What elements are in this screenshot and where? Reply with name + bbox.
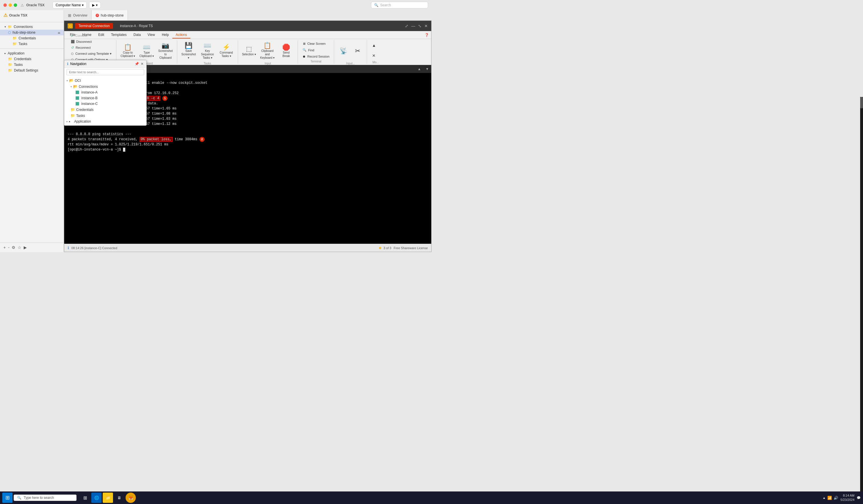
sidebar-item-hub-step-stone[interactable]: ⬡ hub-step-stone ⏏ — [0, 30, 64, 35]
nav-tree-tasks[interactable]: 📁 Tasks — [64, 113, 147, 119]
tab-hub-step-stone[interactable]: ✕ hub-step-stone — [92, 10, 128, 20]
minimize-button[interactable] — [9, 3, 12, 7]
ribbon-btn-clear-screen[interactable]: 🖥 Clear Screen — [300, 41, 328, 46]
nav-app-expand-icon: ▸ — [69, 120, 73, 123]
nav-tree-connections[interactable]: ▾ 📂 Connections — [64, 83, 147, 90]
play-icon: ▶ — [92, 3, 95, 7]
computer-name-label: Computer Name — [55, 3, 81, 7]
inner-title-right: ⤢ — ⤡ ✕ — [405, 24, 428, 28]
scroll-up-icon[interactable]: ▲ — [415, 66, 423, 72]
chevron-down-icon-2: ▾ — [96, 3, 98, 7]
folder-icon-defaults: 📁 — [8, 68, 12, 73]
nav-tree-instance-c[interactable]: instance-C — [64, 101, 147, 107]
nav-connections-label: Connections — [79, 85, 98, 89]
ribbon-group-terminal: 🖥 Clear Screen 🔍 Find ⏺ Record Session — [298, 40, 335, 64]
find-label: Find — [308, 49, 314, 52]
nav-search-input[interactable] — [66, 69, 144, 75]
star-button[interactable]: ☆ — [18, 245, 21, 250]
sidebar-bottom: + - ⚙ ☆ ▶ — [0, 243, 64, 252]
ribbon-btn-disconnect[interactable]: Disconnect — [69, 39, 94, 44]
ribbon-tab-edit[interactable]: Edit — [95, 31, 108, 38]
nav-search — [64, 68, 147, 76]
ribbon-btn-more-2[interactable]: ✕ — [369, 51, 378, 60]
ribbon-btn-more-1[interactable]: ▲ — [369, 41, 378, 50]
ribbon-btn-key-sequence[interactable]: ⌨️ Key Sequence Tasks ▾ — [198, 41, 216, 61]
ribbon-btn-command-tasks[interactable]: ⚡ Command Tasks ▾ — [217, 41, 236, 61]
nav-oci-icon: 📂 — [69, 78, 74, 83]
ribbon-btn-connect[interactable]: ▶ Connect — [69, 33, 89, 38]
close-inner-button[interactable]: ✕ — [424, 24, 428, 28]
close-button[interactable] — [3, 3, 7, 7]
ribbon-btn-selection[interactable]: ⬚ Selection ▾ — [240, 41, 258, 61]
disconnect-icon — [71, 40, 75, 43]
minus-button[interactable]: - — [8, 245, 10, 250]
ribbon-tab-actions[interactable]: Actions — [172, 31, 190, 38]
nav-close-button[interactable]: ✕ — [141, 62, 143, 66]
ribbon-tab-templates[interactable]: Templates — [108, 31, 130, 38]
ribbon-tab-view[interactable]: View — [144, 31, 158, 38]
term-badge-1: 1 — [162, 96, 167, 101]
play-button[interactable]: ▶ ▾ — [89, 2, 101, 9]
ribbon-btn-clipboard-keyboard[interactable]: 📋 Clipboard and Keyboard ▾ — [258, 41, 277, 61]
ribbon-btn-save-screenshot[interactable]: 💾 Save Screenshot ▾ — [179, 41, 198, 61]
nav-tree-application[interactable]: ▸ ▸ Application — [64, 119, 147, 124]
computer-name-button[interactable]: Computer Name ▾ — [52, 2, 87, 9]
play-side-button[interactable]: ▶ — [24, 245, 27, 250]
nav-tree: ▾ 📂 OCI ▾ 📂 Connections instance-A insta… — [64, 76, 147, 126]
sidebar-item-connections[interactable]: ▾ 📁 Connections — [0, 24, 64, 30]
chevron-down-icon: ▾ — [4, 25, 6, 28]
ribbon-help-icon[interactable]: ❓ — [425, 33, 429, 37]
ribbon-btn-connect-template[interactable]: ⬡ Connect using Template ▾ — [69, 51, 114, 56]
sidebar-item-credentials-app[interactable]: 📁 Credentials — [0, 56, 64, 62]
sidebar-item-credentials-conn[interactable]: 📁 Credentials — [0, 35, 64, 41]
nav-instance-a-label: instance-A — [82, 90, 98, 94]
ribbon-btn-find[interactable]: 🔍 Find — [300, 47, 316, 53]
ribbon-btn-copy-clipboard[interactable]: 📋 Copy to Clipboard ▾ — [119, 41, 137, 61]
connect-label: Connect — [75, 34, 87, 37]
sidebar-label-default-settings: Default Settings — [14, 68, 38, 73]
input-extra-label: Input... — [336, 61, 364, 65]
nav-instance-c-icon — [76, 102, 79, 105]
connect-template-label: Connect using Template ▾ — [75, 52, 112, 55]
nav-tree-instance-b[interactable]: instance-B — [64, 95, 147, 101]
ribbon-tab-help[interactable]: Help — [158, 31, 172, 38]
sidebar-item-application-group[interactable]: ▸ Application — [0, 50, 64, 56]
nav-connections-icon: 📂 — [73, 85, 78, 89]
app-title: Oracle TSX — [26, 3, 45, 7]
sidebar: ⚠ Oracle TSX ▾ 📁 Connections ⬡ hub-step-… — [0, 10, 64, 252]
ribbon-btn-reconnect[interactable]: ↺ Reconnect — [69, 45, 93, 50]
term-line-final-prompt: [opc@ih-instance-vcn-a ~]$ — [68, 148, 125, 152]
restore-button[interactable]: ⤢ — [405, 24, 408, 28]
scroll-down-icon[interactable]: ▼ — [423, 66, 431, 72]
nav-tree-instance-a[interactable]: instance-A — [64, 90, 147, 95]
ribbon-btn-input-1[interactable]: 📡 — [336, 41, 350, 61]
folder-icon-cred-app: 📁 — [8, 57, 12, 61]
ribbon-btn-type-clipboard[interactable]: ⌨️ Type Clipboard ▾ — [138, 41, 156, 61]
nav-tree-credentials[interactable]: 📁 Credentials — [64, 107, 147, 113]
tools-button[interactable]: ⚙ — [12, 245, 15, 250]
sidebar-item-default-settings[interactable]: 📁 Default Settings — [0, 67, 64, 73]
ribbon-group-tasks: 💾 Save Screenshot ▾ ⌨️ Key Sequence Task… — [177, 40, 238, 64]
tab-close-icon[interactable]: ✕ — [96, 14, 99, 17]
maximize-button[interactable] — [14, 3, 17, 7]
maximize-inner-button[interactable]: ⤡ — [418, 24, 422, 28]
ribbon-btn-input-2[interactable]: ✂ — [351, 41, 364, 61]
sidebar-title: Oracle TSX — [9, 13, 27, 17]
main-layout: ⚠ Oracle TSX ▾ 📁 Connections ⬡ hub-step-… — [0, 10, 432, 252]
ribbon-tab-data[interactable]: Data — [130, 31, 144, 38]
sidebar-item-tasks-app[interactable]: 📁 Tasks — [0, 62, 64, 67]
global-search[interactable]: 🔍 Search — [371, 2, 428, 9]
sidebar-item-tasks-conn[interactable]: 📁 Tasks — [0, 41, 64, 47]
ribbon-btn-screenshot-clipboard[interactable]: 📷 Screenshot to Clipboard — [157, 41, 175, 61]
terminal-scroll-controls: ▲ ▼ — [415, 66, 431, 72]
minimize-inner-button[interactable]: — — [411, 24, 415, 28]
add-button[interactable]: + — [3, 245, 6, 250]
clipboard-keyboard-icon: 📋 — [263, 42, 271, 49]
save-screenshot-label: Save Screenshot ▾ — [181, 49, 196, 60]
tab-overview[interactable]: ⊞ Overview — [64, 10, 92, 20]
nav-pin-button[interactable]: 📌 — [135, 62, 139, 66]
ribbon-btn-record-session[interactable]: ⏺ Record Session — [300, 54, 332, 59]
tab-hub-step-stone-label: hub-step-stone — [101, 13, 124, 17]
ribbon-btn-send-break[interactable]: 🛑 Send Break — [277, 41, 295, 61]
nav-tree-oci[interactable]: ▾ 📂 OCI — [64, 78, 147, 83]
